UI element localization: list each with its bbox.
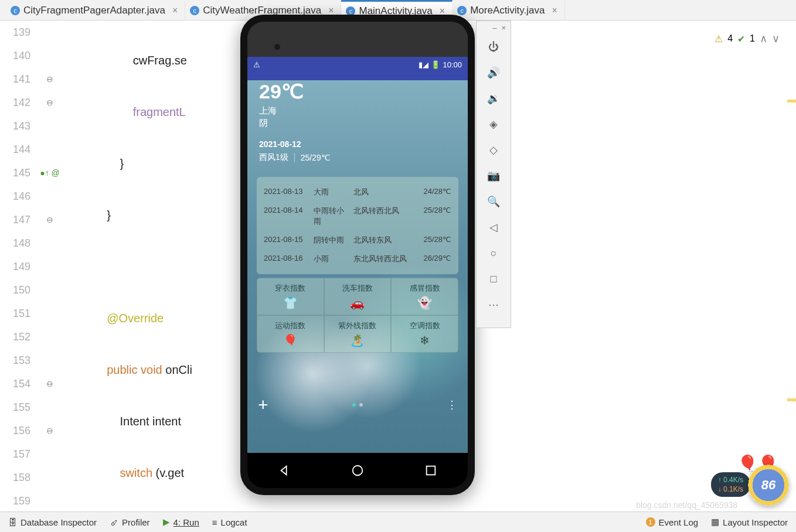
logcat-button[interactable]: ≡Logcat: [212, 517, 247, 527]
warning-icon: ⚠: [253, 60, 260, 69]
more-button[interactable]: ⋯: [477, 292, 511, 318]
override-icon[interactable]: ●↑ @: [35, 161, 64, 185]
phone-camera: [274, 44, 280, 50]
tab-moreactivity[interactable]: cMoreActivity.java×: [453, 1, 565, 20]
profiler-button[interactable]: 🜚Profiler: [110, 517, 150, 527]
signal-icon: ▮◢: [419, 60, 428, 69]
warning-icon: ⚠: [715, 33, 723, 45]
volume-up-button[interactable]: 🔊: [477, 60, 511, 86]
chevron-up-icon[interactable]: ∧: [760, 32, 767, 45]
battery-icon: 🔋: [431, 60, 440, 69]
svg-rect-1: [427, 466, 436, 475]
scroll-marker: [787, 100, 796, 103]
java-icon: c: [190, 6, 199, 15]
date-text: 2021-08-12: [259, 139, 456, 149]
tab-cityfragmentpageradapter[interactable]: cCityFragmentPagerAdapter.java×: [6, 1, 185, 20]
power-button[interactable]: ⏻: [477, 34, 511, 60]
screenshot-button[interactable]: 📷: [477, 163, 511, 189]
index-clothing[interactable]: 穿衣指数👕: [257, 278, 324, 315]
layout-inspector-button[interactable]: ▦Layout Inspector: [711, 517, 788, 527]
forecast-row: 2021-08-15阴转中雨北风转东风25/28℃: [264, 231, 451, 250]
condition: 阴: [259, 118, 456, 129]
home-button[interactable]: ○: [477, 240, 511, 266]
gauge-icon: 🜚: [110, 517, 118, 527]
home-button[interactable]: [351, 464, 364, 477]
android-status-bar: ⚠ ▮◢🔋10:00: [247, 57, 468, 73]
clock-text: 10:00: [443, 60, 462, 69]
forecast-row: 2021-08-14中雨转小雨北风转西北风25/28℃: [264, 202, 451, 231]
java-icon: c: [457, 6, 467, 15]
chevron-down-icon[interactable]: ∨: [772, 32, 780, 45]
fold-icon[interactable]: ⊖: [35, 208, 64, 231]
weather-header: 29℃ 上海 阴 2021-08-12 西风1级25/29℃: [247, 73, 468, 170]
minimize-icon[interactable]: –: [492, 23, 496, 34]
database-inspector-button[interactable]: 🗄Database Inspector: [8, 517, 97, 527]
index-sport[interactable]: 运动指数🎈: [257, 315, 324, 353]
network-speed-badge: ↑ 0.4K/s ↓ 0.1K/s: [711, 472, 750, 497]
close-icon[interactable]: ×: [172, 5, 178, 16]
ghost-icon: 👻: [394, 296, 455, 310]
volume-down-button[interactable]: 🔉: [477, 86, 511, 111]
badge-icon: 1: [646, 517, 655, 527]
overview-button[interactable]: □: [477, 266, 511, 292]
add-city-button[interactable]: +: [258, 395, 268, 415]
page-indicator: [352, 403, 363, 407]
car-icon: 🚗: [327, 296, 389, 310]
list-icon: ≡: [212, 517, 217, 527]
forecast-row: 2021-08-16小雨东北风转西北风26/29℃: [264, 250, 451, 268]
fold-icon[interactable]: ⊖: [35, 91, 64, 114]
java-icon: c: [11, 6, 20, 15]
forecast-card: 2021-08-13大雨北风24/28℃ 2021-08-14中雨转小雨北风转西…: [257, 177, 458, 274]
android-navbar: [247, 453, 468, 488]
index-ac[interactable]: 空调指数❄: [391, 315, 458, 353]
zoom-button[interactable]: 🔍: [477, 189, 511, 214]
back-button[interactable]: [278, 464, 291, 477]
layers-icon: ▦: [711, 517, 719, 527]
score-widget[interactable]: 86: [748, 465, 789, 506]
line-gutter: 1391401411421431441451461471481491501511…: [0, 21, 35, 511]
scroll-marker: [787, 398, 796, 401]
ide-bottom-toolbar: 🗄Database Inspector 🜚Profiler ▶4: Run ≡L…: [0, 511, 796, 532]
more-button[interactable]: ⋮: [447, 398, 457, 411]
app-bottom-bar: + ⋮: [247, 393, 468, 417]
tshirt-icon: 👕: [260, 296, 321, 310]
close-icon[interactable]: ×: [552, 5, 557, 16]
forecast-row: 2021-08-13大雨北风24/28℃: [264, 183, 451, 202]
back-button[interactable]: ◁: [477, 214, 511, 240]
aircon-icon: ❄: [394, 333, 455, 347]
city-name: 上海: [259, 105, 456, 117]
wind-range-row: 西风1级25/29℃: [259, 152, 456, 163]
rotate-right-button[interactable]: ◇: [477, 137, 511, 163]
run-button[interactable]: ▶4: Run: [163, 517, 199, 527]
temperature: 29℃: [259, 80, 456, 103]
index-card: 穿衣指数👕 洗车指数🚗 感冒指数👻 运动指数🎈 紫外线指数🏝️ 空调指数❄: [257, 278, 458, 353]
emulator-device: ⚠ ▮◢🔋10:00 29℃ 上海 阴 2021-08-12 西风1级25/29…: [240, 15, 475, 495]
fold-icon[interactable]: ⊖: [35, 419, 64, 442]
close-icon[interactable]: ×: [501, 23, 506, 34]
play-icon: ▶: [163, 517, 170, 527]
fold-icon[interactable]: ⊖: [35, 372, 64, 395]
inspection-badges[interactable]: ⚠4 ✔1 ∧ ∨: [715, 32, 780, 45]
recent-button[interactable]: [424, 464, 437, 477]
beach-icon: 🏝️: [327, 333, 389, 347]
index-carwash[interactable]: 洗车指数🚗: [324, 278, 392, 315]
phone-speaker: [325, 31, 390, 34]
balloon-icon: 🎈: [260, 333, 321, 347]
database-icon: 🗄: [8, 517, 17, 527]
event-log-button[interactable]: 1Event Log: [646, 517, 699, 527]
fold-icon[interactable]: ⊖: [35, 67, 64, 91]
svg-point-0: [353, 466, 363, 476]
checkmark-icon: ✔: [737, 33, 745, 45]
index-uv[interactable]: 紫外线指数🏝️: [324, 315, 392, 353]
rotate-left-button[interactable]: ◈: [477, 111, 511, 137]
watermark-text: blog.csdn.net/qq_45065938: [636, 500, 737, 510]
device-screen[interactable]: ⚠ ▮◢🔋10:00 29℃ 上海 阴 2021-08-12 西风1级25/29…: [247, 57, 468, 453]
emulator-toolbar: –× ⏻ 🔊 🔉 ◈ ◇ 📷 🔍 ◁ ○ □ ⋯: [476, 21, 511, 328]
index-cold[interactable]: 感冒指数👻: [391, 278, 458, 315]
fold-column: ⊖⊖●↑ @⊖⊖⊖: [35, 21, 64, 511]
